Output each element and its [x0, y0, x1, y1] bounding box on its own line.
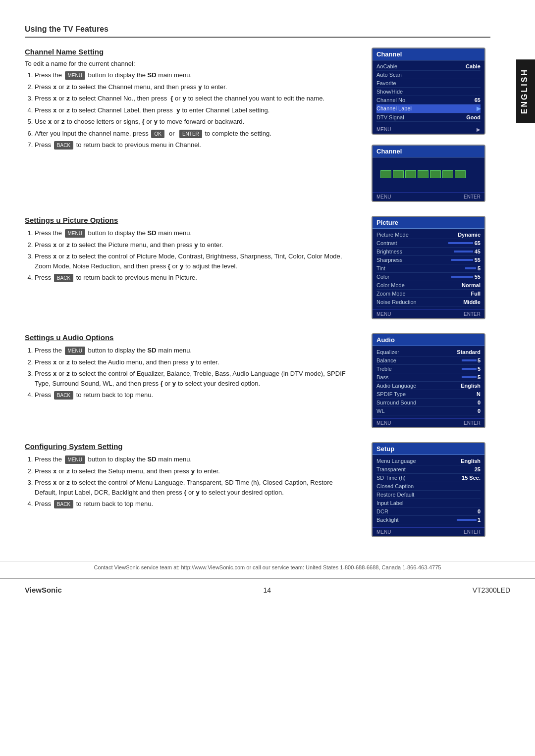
picture-left: Settings u Picture Options Press the MEN… — [25, 216, 357, 319]
channel-screen-body: AoCableCable Auto Scan Favorite Show/Hid… — [373, 60, 484, 125]
tv-row-autoscan: Auto Scan — [376, 71, 481, 79]
tv-row-channelno: Channel No.65 — [376, 96, 481, 104]
setup-step-4: Press BACK to return back to top menu. — [35, 499, 357, 509]
setup-steps: Press the MENU button to display the SD … — [25, 454, 357, 509]
input-box-1 — [380, 170, 391, 178]
prow-sharpness: Sharpness 55 — [376, 256, 481, 264]
srow-cc: Closed Caption — [376, 482, 481, 491]
arow-treble: Treble 5 — [376, 365, 481, 373]
page-header: Using the TV Features — [25, 25, 490, 38]
footer-enter: ENTER — [464, 194, 481, 200]
back-btn-setup: BACK — [54, 500, 73, 508]
tv-row-channellabel: Channel Label ▶ — [376, 104, 481, 113]
picture-step-4: Press BACK to return back to previous me… — [35, 273, 357, 283]
setup-screen-col: Setup Menu LanguageEnglish Transparent25… — [372, 442, 490, 537]
channel-label-header: Channel — [373, 146, 484, 157]
picture-step-1: Press the MENU button to display the SD … — [35, 228, 357, 238]
audio-step-3: Press x or z to select the control of Eq… — [35, 369, 357, 388]
channel-screens: Channel AoCableCable Auto Scan Favorite … — [372, 48, 490, 202]
arow-eq: EqualizerStandard — [376, 348, 481, 356]
prow-color: Color 55 — [376, 273, 481, 281]
channel-step-6: After you input the channel name, press … — [35, 129, 357, 139]
section-audio: Settings u Audio Options Press the MENU … — [25, 333, 490, 428]
channel-label-body — [373, 157, 484, 192]
tv-row-favorite: Favorite — [376, 79, 481, 88]
footer-enter-setup: ENTER — [464, 529, 481, 535]
menu-btn-pic: MENU — [65, 229, 85, 238]
setup-step-3: Press x or z to select the control of Me… — [35, 478, 357, 497]
prow-mode: Picture ModeDynamic — [376, 231, 481, 239]
footer-menu-setup: MENU — [376, 529, 391, 535]
setup-step-1: Press the MENU button to display the SD … — [35, 454, 357, 464]
prow-colormode: Color ModeNormal — [376, 281, 481, 290]
tv-row-aocable: AoCableCable — [376, 62, 481, 71]
input-box-5 — [430, 170, 441, 178]
arow-surround: Surround Sound0 — [376, 399, 481, 407]
channel-main-screen: Channel AoCableCable Auto Scan Favorite … — [372, 48, 485, 135]
back-btn-1: BACK — [54, 141, 73, 150]
audio-title: Settings u Audio Options — [25, 333, 357, 342]
section-channel-name: Channel Name Setting To edit a name for … — [25, 48, 490, 202]
channel-input-row — [380, 170, 477, 178]
audio-left: Settings u Audio Options Press the MENU … — [25, 333, 357, 428]
setup-screen-footer: MENU ENTER — [373, 527, 484, 536]
arow-wl: WL0 — [376, 407, 481, 415]
channel-step-2: Press x or z to select the Channel menu,… — [35, 82, 357, 92]
setup-left: Configuring System Setting Press the MEN… — [25, 442, 357, 537]
setup-title: Configuring System Setting — [25, 442, 357, 451]
main-content: Using the TV Features Channel Name Setti… — [0, 15, 535, 561]
picture-screen-body: Picture ModeDynamic Contrast 65 Brightne… — [373, 229, 484, 309]
prow-contrast: Contrast 65 — [376, 239, 481, 248]
setup-screen-body: Menu LanguageEnglish Transparent25 SD Ti… — [373, 455, 484, 527]
picture-screen: Picture Picture ModeDynamic Contrast 65 — [372, 216, 485, 319]
back-btn-audio: BACK — [54, 391, 73, 400]
channel-name-left: Channel Name Setting To edit a name for … — [25, 48, 357, 202]
picture-screen-footer: MENU ENTER — [373, 309, 484, 318]
channel-label-footer: MENU ENTER — [373, 192, 484, 201]
page-footer: ViewSonic 14 VT2300LED — [0, 578, 535, 601]
footer-brand: ViewSonic — [25, 586, 62, 594]
channel-screen-header: Channel — [373, 49, 484, 60]
audio-step-4: Press BACK to return back to top menu. — [35, 390, 357, 400]
channel-screen-footer: MENU ▶ — [373, 125, 484, 134]
picture-step-2: Press x or z to select the Picture menu,… — [35, 240, 357, 250]
picture-step-3: Press x or z to select the control of Pi… — [35, 252, 357, 271]
srow-backlight: Backlight 1 — [376, 516, 481, 524]
audio-screen-col: Audio EqualizerStandard Balance 5 Tr — [372, 333, 490, 428]
footer-model: VT2300LED — [473, 586, 510, 594]
menu-btn-setup: MENU — [65, 455, 85, 464]
audio-screen-header: Audio — [373, 334, 484, 346]
srow-dcr: DCR0 — [376, 507, 481, 516]
menu-btn-audio: MENU — [65, 347, 85, 355]
picture-screen-col: Picture Picture ModeDynamic Contrast 65 — [372, 216, 490, 319]
picture-screen-header: Picture — [373, 217, 484, 229]
channel-step-7: Press BACK to return back to previous me… — [35, 140, 357, 150]
footer-menu-2: MENU — [376, 194, 391, 200]
tv-row-dtvsignal: DTV SignalGood — [376, 113, 481, 122]
footer-menu-audio: MENU — [376, 420, 391, 426]
channel-name-steps: Press the MENU button to display the SD … — [25, 70, 357, 150]
arow-bass: Bass 5 — [376, 373, 481, 382]
setup-step-2: Press x or z to select the Setup menu, a… — [35, 466, 357, 476]
tv-row-showhide: Show/Hide — [376, 88, 481, 96]
enter-btn: ENTER — [179, 130, 202, 138]
side-tab-english: ENGLISH — [516, 59, 535, 123]
prow-tint: Tint 5 — [376, 264, 481, 273]
footer-menu-pic: MENU — [376, 311, 391, 317]
setup-screen-header: Setup — [373, 443, 484, 455]
input-box-4 — [418, 170, 428, 178]
channel-step-5: Use x or z to choose letters or signs, {… — [35, 117, 357, 127]
footer-ok: ▶ — [477, 127, 481, 132]
channel-step-4: Press x or z to select Channel Label, th… — [35, 105, 357, 115]
srow-inputlabel: Input Label — [376, 499, 481, 507]
section-setup: Configuring System Setting Press the MEN… — [25, 442, 490, 537]
channel-step-3: Press x or z to select Channel No., then… — [35, 94, 357, 103]
prow-noise: Noise ReductionMiddle — [376, 298, 481, 306]
arow-spdif: SPDIF TypeN — [376, 390, 481, 399]
page-header-title: Using the TV Features — [25, 25, 108, 33]
audio-screen-footer: MENU ENTER — [373, 418, 484, 427]
footer-enter-pic: ENTER — [464, 311, 481, 317]
ok-btn: OK — [151, 130, 164, 138]
audio-steps: Press the MENU button to display the SD … — [25, 346, 357, 400]
input-box-6 — [442, 170, 453, 178]
